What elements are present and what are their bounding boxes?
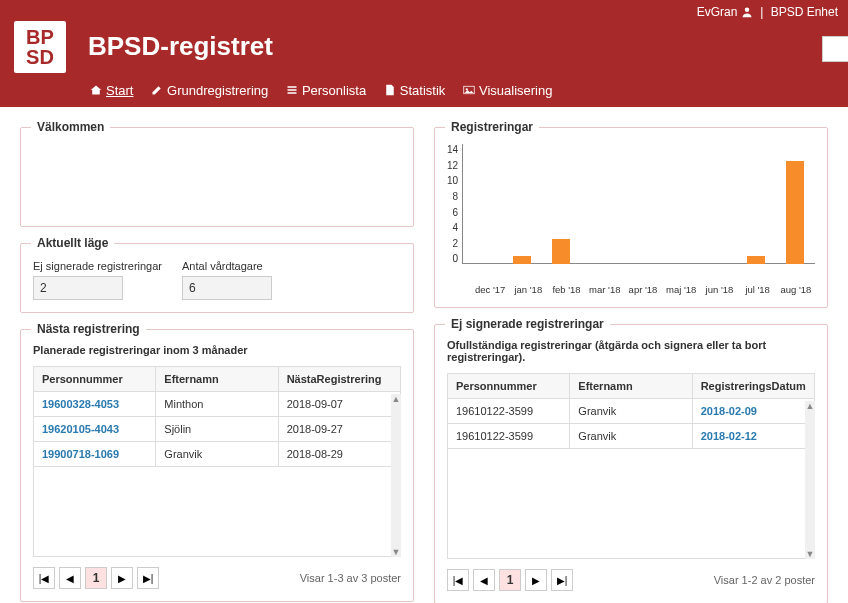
- chart-panel: Registreringar 14121086420 dec '17jan '1…: [434, 127, 828, 308]
- next-title: Nästa registrering: [31, 322, 146, 336]
- svg-point-5: [466, 88, 468, 90]
- personnummer-link[interactable]: 19900718-1069: [42, 448, 119, 460]
- table-row[interactable]: 19620105-4043 Sjölin 2018-09-27: [34, 417, 401, 442]
- chart-x-axis: dec '17jan '18feb '18mar '18apr '18maj '…: [471, 284, 815, 295]
- chart-x-tick: jul '18: [739, 284, 777, 295]
- pager-next-button[interactable]: ▶: [525, 569, 547, 591]
- chart-y-axis: 14121086420: [447, 144, 462, 264]
- unsigned-title: Ej signerade registreringar: [445, 317, 610, 331]
- status-panel: Aktuellt läge Ej signerade registreringa…: [20, 243, 414, 313]
- chart-x-tick: jun '18: [700, 284, 738, 295]
- next-table: Personnummer Efternamn NästaRegistrering…: [33, 366, 401, 557]
- col-nastaregistrering[interactable]: NästaRegistrering: [278, 367, 400, 392]
- chart-x-tick: apr '18: [624, 284, 662, 295]
- pager-last-button[interactable]: ▶|: [551, 569, 573, 591]
- chart-y-tick: 10: [447, 175, 458, 186]
- chart-x-tick: maj '18: [662, 284, 700, 295]
- col-personnummer[interactable]: Personnummer: [34, 367, 156, 392]
- edit-icon: [151, 84, 163, 96]
- pager-prev-button[interactable]: ◀: [473, 569, 495, 591]
- chart-y-tick: 14: [447, 144, 458, 155]
- main-nav: Start Grundregistrering Personlista Stat…: [90, 83, 848, 100]
- chart-x-tick: jan '18: [509, 284, 547, 295]
- svg-rect-3: [287, 93, 296, 95]
- chart-bar: [513, 256, 531, 265]
- col-efternamn[interactable]: Efternamn: [156, 367, 278, 392]
- chart-y-tick: 8: [453, 191, 459, 202]
- app-logo: BP SD: [12, 19, 68, 75]
- username: EvGran: [697, 5, 738, 19]
- table-row[interactable]: 19610122-3599 Granvik 2018-02-12: [448, 424, 815, 449]
- app-title: BPSD-registret: [88, 31, 273, 62]
- pager-info: Visar 1-2 av 2 poster: [714, 574, 815, 586]
- welcome-panel: Välkommen: [20, 127, 414, 227]
- patients-value: 6: [182, 276, 272, 300]
- pager-first-button[interactable]: |◀: [447, 569, 469, 591]
- chart-bar: [747, 256, 765, 265]
- chart-y-tick: 6: [453, 207, 459, 218]
- org-name: BPSD Enhet: [771, 5, 838, 19]
- chart-title: Registreringar: [445, 120, 539, 134]
- pager-next-button[interactable]: ▶: [111, 567, 133, 589]
- dashboard: Välkommen Aktuellt läge Ej signerade reg…: [0, 107, 848, 603]
- registrations-chart: 14121086420: [447, 144, 815, 284]
- search-input[interactable]: [822, 36, 848, 62]
- user-icon: [741, 6, 753, 18]
- col-registreringsdatum[interactable]: RegistreringsDatum: [692, 374, 814, 399]
- file-icon: [384, 84, 396, 96]
- chart-bar: [552, 239, 570, 265]
- scrollbar[interactable]: ▲▼: [805, 401, 815, 559]
- svg-rect-2: [287, 90, 296, 92]
- list-icon: [286, 84, 298, 96]
- chart-x-tick: aug '18: [777, 284, 815, 295]
- unsigned-value: 2: [33, 276, 123, 300]
- chart-y-tick: 0: [453, 253, 459, 264]
- chart-x-tick: dec '17: [471, 284, 509, 295]
- personnummer-link[interactable]: 19600328-4053: [42, 398, 119, 410]
- status-title: Aktuellt läge: [31, 236, 114, 250]
- nav-visualisering[interactable]: Visualisering: [463, 83, 552, 98]
- app-header: EvGran | BPSD Enhet BP SD BPSD-registret…: [0, 0, 848, 107]
- pager-page-number: 1: [85, 567, 107, 589]
- patients-label: Antal vårdtagare: [182, 260, 272, 272]
- chart-y-tick: 2: [453, 238, 459, 249]
- date-link[interactable]: 2018-02-12: [701, 430, 757, 442]
- svg-point-0: [745, 7, 750, 12]
- unsigned-table: Personnummer Efternamn RegistreringsDatu…: [447, 373, 815, 559]
- pager-info: Visar 1-3 av 3 poster: [300, 572, 401, 584]
- nav-start[interactable]: Start: [90, 83, 133, 98]
- welcome-title: Välkommen: [31, 120, 110, 134]
- right-column: Registreringar 14121086420 dec '17jan '1…: [434, 127, 828, 603]
- svg-rect-1: [287, 87, 296, 89]
- chart-y-tick: 4: [453, 222, 459, 233]
- chart-x-tick: mar '18: [586, 284, 624, 295]
- chart-y-tick: 12: [447, 160, 458, 171]
- personnummer-link[interactable]: 19620105-4043: [42, 423, 119, 435]
- home-icon: [90, 84, 102, 96]
- next-registration-panel: Nästa registrering Planerade registrerin…: [20, 329, 414, 602]
- image-icon: [463, 84, 475, 96]
- unsigned-label: Ej signerade registreringar: [33, 260, 162, 272]
- chart-x-tick: feb '18: [547, 284, 585, 295]
- table-row[interactable]: 19600328-4053 Minthon 2018-09-07: [34, 392, 401, 417]
- col-personnummer[interactable]: Personnummer: [448, 374, 570, 399]
- pager-last-button[interactable]: ▶|: [137, 567, 159, 589]
- col-efternamn[interactable]: Efternamn: [570, 374, 692, 399]
- unsigned-sub: Ofullständiga registreringar (åtgärda oc…: [447, 339, 815, 363]
- date-link[interactable]: 2018-02-09: [701, 405, 757, 417]
- pager-first-button[interactable]: |◀: [33, 567, 55, 589]
- pager-prev-button[interactable]: ◀: [59, 567, 81, 589]
- scrollbar[interactable]: ▲▼: [391, 394, 401, 557]
- pager-page-number: 1: [499, 569, 521, 591]
- nav-personlista[interactable]: Personlista: [286, 83, 366, 98]
- table-row[interactable]: 19610122-3599 Granvik 2018-02-09: [448, 399, 815, 424]
- table-row[interactable]: 19900718-1069 Granvik 2018-08-29: [34, 442, 401, 467]
- user-bar: EvGran | BPSD Enhet: [0, 0, 848, 19]
- unsigned-panel: Ej signerade registreringar Ofullständig…: [434, 324, 828, 603]
- chart-bar: [786, 161, 804, 264]
- nav-grundregistrering[interactable]: Grundregistrering: [151, 83, 268, 98]
- left-column: Välkommen Aktuellt läge Ej signerade reg…: [20, 127, 414, 603]
- next-sub: Planerade registreringar inom 3 månader: [33, 344, 401, 356]
- nav-statistik[interactable]: Statistik: [384, 83, 446, 98]
